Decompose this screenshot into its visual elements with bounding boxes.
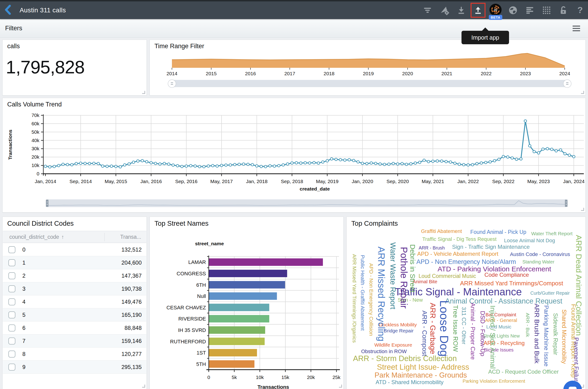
globe-icon[interactable] (507, 5, 519, 16)
slider-handle-left[interactable] (168, 80, 176, 88)
trend-point[interactable] (286, 163, 289, 165)
trend-point[interactable] (264, 165, 267, 168)
trend-point[interactable] (300, 162, 302, 164)
slider-handle-left[interactable] (46, 200, 48, 207)
trend-point[interactable] (62, 163, 64, 166)
trend-point[interactable] (212, 164, 214, 167)
column-divider[interactable] (104, 233, 105, 241)
trend-point[interactable] (256, 165, 258, 167)
complaint-word[interactable]: Street Light Issue- Address (377, 363, 469, 371)
trend-point[interactable] (194, 165, 196, 167)
complaint-word[interactable]: ARR Brush and Bulk (533, 304, 540, 364)
trend-point[interactable] (485, 161, 487, 164)
complaint-word[interactable]: Traffic Signal - Dig Tess Request (422, 237, 497, 242)
row-checkbox[interactable] (8, 337, 15, 345)
complaint-word[interactable]: Pavement Failure (573, 337, 579, 385)
complaint-word[interactable]: Loose Dog (438, 300, 450, 357)
complaint-word[interactable]: APD - Non Emergency Collision (368, 263, 374, 336)
trend-point[interactable] (401, 162, 403, 165)
grid-icon[interactable] (541, 5, 552, 16)
trend-point[interactable] (282, 163, 285, 166)
trend-point[interactable] (308, 162, 311, 164)
complaint-word[interactable]: Code Compliance (485, 272, 529, 278)
trend-point[interactable] (141, 160, 143, 162)
complaint-word[interactable]: Graffiti Abatement (421, 229, 462, 234)
resize-handle[interactable] (581, 91, 584, 94)
trend-point[interactable] (115, 165, 117, 168)
trend-point[interactable] (44, 165, 47, 168)
complaint-word[interactable]: 311 CC - Other (461, 307, 467, 345)
trend-point[interactable] (57, 164, 60, 167)
trend-point[interactable] (233, 163, 236, 166)
trend-point[interactable] (124, 163, 126, 166)
trend-point[interactable] (75, 162, 78, 165)
trend-point[interactable] (348, 159, 351, 161)
trend-point[interactable] (176, 164, 179, 167)
row-checkbox[interactable] (8, 324, 15, 331)
table-row[interactable]: 2147,367 (3, 269, 146, 282)
bar-cesar-chavez[interactable] (209, 304, 269, 311)
complaint-word[interactable]: Water Waste Report (389, 242, 397, 309)
trend-point[interactable] (524, 120, 527, 122)
trend-point[interactable] (515, 158, 518, 161)
complaint-word[interactable]: Water Theft Report (531, 231, 572, 236)
complaint-word[interactable]: ATD - Shared Micromobility (376, 380, 444, 385)
complaint-word[interactable]: Found Animal - Pick Up (470, 229, 526, 235)
trend-point[interactable] (304, 162, 307, 164)
hamburger-menu-icon[interactable] (573, 26, 580, 32)
trend-point[interactable] (476, 162, 478, 165)
complaint-word[interactable]: APD - Vehicle Abatement Report (417, 251, 498, 257)
complaint-word[interactable]: Street Lights New (483, 334, 520, 338)
trend-point[interactable] (493, 160, 496, 162)
row-checkbox[interactable] (8, 246, 15, 253)
complaint-word[interactable]: Pothole Repair (399, 247, 409, 309)
trend-point[interactable] (154, 162, 157, 165)
trend-point[interactable] (357, 161, 359, 163)
trend-point[interactable] (291, 162, 293, 164)
trend-point[interactable] (159, 163, 161, 165)
filter-icon[interactable] (422, 5, 433, 16)
trend-point[interactable] (383, 163, 386, 166)
complaint-word[interactable]: ARR - Brush (419, 246, 445, 250)
trend-point[interactable] (330, 158, 333, 160)
table-row[interactable]: 688,848 (3, 322, 146, 334)
trend-point[interactable] (229, 164, 231, 166)
trend-point[interactable] (365, 162, 368, 165)
trend-point[interactable] (335, 158, 337, 161)
complaint-word[interactable]: ARR - Bulk (525, 313, 530, 337)
trend-point[interactable] (273, 165, 276, 167)
complaint-word[interactable]: ARR - Garbage (429, 303, 437, 354)
complaint-word[interactable]: Parking Machine Issue (543, 305, 549, 366)
bar-6th[interactable] (209, 281, 285, 289)
trend-point[interactable] (423, 159, 425, 162)
row-checkbox[interactable] (8, 259, 15, 266)
complaint-word[interactable]: APD - Non Emergency Noise/Alarm (416, 259, 516, 265)
trend-point[interactable] (467, 163, 469, 166)
complaint-word[interactable]: ARR Missed Yard Trimmings/Compost (460, 280, 563, 286)
complaint-word[interactable]: Curb/Gutter Repair (530, 291, 570, 295)
trend-point[interactable] (79, 162, 82, 164)
trend-point[interactable] (181, 165, 183, 168)
trend-point[interactable] (471, 163, 474, 166)
trend-point[interactable] (203, 165, 205, 168)
street-bar-chart[interactable]: street_nameLAMARCONGRESS6THNullCESAR CHA… (150, 217, 343, 389)
trend-point[interactable] (317, 162, 320, 164)
complaint-word[interactable]: Animal Control - Assistance Request (445, 297, 562, 305)
slider-handle-right[interactable] (563, 80, 571, 88)
trend-point[interactable] (167, 163, 170, 165)
trend-point[interactable] (568, 154, 571, 157)
trend-point[interactable] (48, 166, 51, 168)
trend-slider-track[interactable] (46, 199, 566, 207)
trend-point[interactable] (392, 162, 395, 165)
trend-point[interactable] (432, 160, 434, 162)
trend-point[interactable] (132, 161, 135, 163)
bar-null[interactable] (209, 292, 277, 300)
trend-point[interactable] (198, 165, 201, 168)
trend-point[interactable] (454, 162, 456, 164)
slider-handle-right[interactable] (565, 200, 567, 207)
trend-point[interactable] (405, 163, 408, 166)
analytics-settings-icon[interactable] (439, 5, 450, 16)
complaint-word[interactable]: Standing Water (522, 259, 554, 264)
complaint-word[interactable]: Sign - Traffic Sign Maintenance (452, 244, 529, 250)
trend-point[interactable] (71, 163, 73, 166)
